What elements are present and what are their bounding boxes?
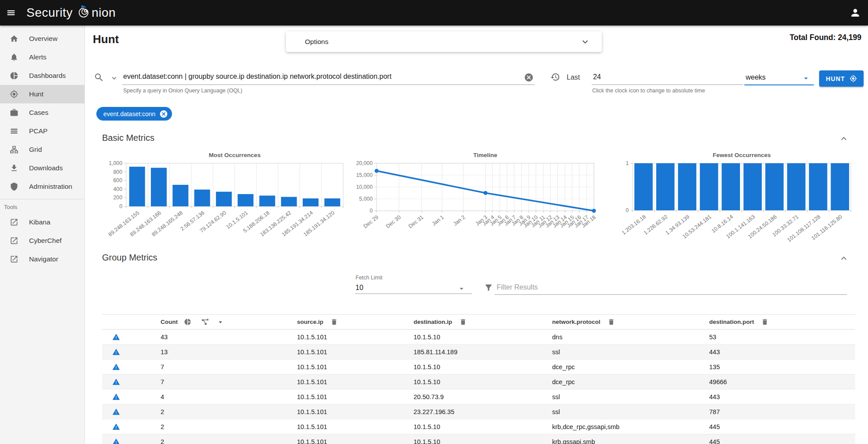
svg-text:0: 0 <box>370 208 373 214</box>
cell-value[interactable]: 20.50.73.9 <box>414 393 444 400</box>
cell-value[interactable]: 2 <box>161 408 164 415</box>
fetch-limit-select[interactable]: 10 <box>355 283 472 294</box>
cell-value[interactable]: dce_rpc <box>552 378 575 385</box>
column-header-destination.ip[interactable]: destination.ip <box>414 319 452 325</box>
options-dropdown[interactable]: Options <box>286 31 602 52</box>
svg-text:20,000: 20,000 <box>356 160 373 166</box>
cell-value[interactable]: 53 <box>709 334 716 341</box>
hunt-button[interactable]: HUNT <box>819 70 864 87</box>
warning-icon[interactable] <box>112 393 120 401</box>
sidebar-item-downloads[interactable]: Downloads <box>0 159 84 177</box>
time-unit-select[interactable]: weeks <box>744 70 814 84</box>
sidebar-item-administration[interactable]: Administration <box>0 177 84 196</box>
sankey-icon[interactable] <box>201 318 209 326</box>
cell-value[interactable]: 10.1.5.101 <box>297 363 327 371</box>
sidebar-tool-label: Navigator <box>29 255 58 263</box>
cell-value[interactable]: 10.1.5.101 <box>297 438 327 444</box>
caret-down-icon <box>457 284 466 293</box>
cell-value[interactable]: ssl <box>552 408 560 415</box>
briefcase-icon <box>10 108 18 117</box>
cell-value[interactable]: 4 <box>161 393 164 400</box>
cell-value[interactable]: 185.81.114.189 <box>414 349 458 356</box>
hunt-button-label: HUNT <box>826 75 845 82</box>
cell-value[interactable]: 7 <box>161 363 164 371</box>
sidebar-tool-cyberchef[interactable]: CyberChef <box>0 231 84 250</box>
cell-value[interactable]: 23.227.196.35 <box>414 408 454 415</box>
sidebar-tool-kibana[interactable]: Kibana <box>0 213 84 231</box>
cell-value[interactable]: 445 <box>709 423 720 430</box>
sidebar-item-alerts[interactable]: Alerts <box>0 48 84 66</box>
cell-value[interactable]: 2 <box>161 423 164 430</box>
trash-icon[interactable] <box>608 318 615 326</box>
cell-value[interactable]: ssl <box>552 393 560 400</box>
cell-value[interactable]: 10.1.5.101 <box>297 334 327 341</box>
sidebar-item-pcap[interactable]: PCAP <box>0 122 84 140</box>
cell-value[interactable]: dce_rpc <box>552 363 575 371</box>
cell-value[interactable]: 10.1.5.10 <box>414 423 440 430</box>
filter-results-underline <box>494 294 847 295</box>
cell-value[interactable]: 10.1.5.10 <box>414 334 440 341</box>
search-icon[interactable] <box>94 72 104 83</box>
caret-down-icon[interactable] <box>216 318 224 326</box>
cell-value[interactable]: 49666 <box>709 378 727 385</box>
warning-icon[interactable] <box>112 408 120 416</box>
cell-value[interactable]: 10.1.5.101 <box>297 408 327 415</box>
hamburger-menu-icon[interactable] <box>6 8 16 18</box>
cell-value[interactable]: 10.1.5.10 <box>414 438 440 444</box>
cell-value[interactable]: 10.1.5.10 <box>414 363 440 371</box>
cell-value[interactable]: 2 <box>161 438 164 444</box>
brand-logo[interactable]: Security nion <box>26 0 116 26</box>
column-header-count[interactable]: Count <box>161 319 178 325</box>
cell-value[interactable]: dns <box>552 334 562 341</box>
cell-value[interactable]: 443 <box>709 393 720 400</box>
trash-icon[interactable] <box>330 318 338 326</box>
cell-value[interactable]: ssl <box>552 349 560 356</box>
sidebar-item-dashboards[interactable]: Dashboards <box>0 66 84 85</box>
trash-icon[interactable] <box>459 318 467 326</box>
sidebar-item-grid[interactable]: Grid <box>0 140 84 159</box>
remove-filter-icon[interactable] <box>159 110 168 118</box>
cell-value[interactable]: 10.1.5.101 <box>297 393 327 400</box>
sidebar-item-label: Grid <box>29 146 42 154</box>
cell-value[interactable]: krb,gssapi,smb <box>552 438 595 444</box>
filter-chip[interactable]: event.dataset:conn <box>96 107 172 121</box>
cell-value[interactable]: 787 <box>709 408 720 415</box>
cell-value[interactable]: 43 <box>161 334 168 341</box>
column-header-network.protocol[interactable]: network.protocol <box>552 319 601 325</box>
warning-icon[interactable] <box>112 423 120 431</box>
svg-text:800: 800 <box>113 169 122 175</box>
cell-value[interactable]: 10.1.5.101 <box>297 349 327 356</box>
cell-value[interactable]: 443 <box>709 349 720 356</box>
filter-results-input[interactable] <box>497 283 844 291</box>
user-icon[interactable] <box>850 7 861 18</box>
warning-icon[interactable] <box>112 333 120 341</box>
sidebar-tool-navigator[interactable]: Navigator <box>0 250 84 268</box>
time-value-input[interactable] <box>593 73 725 81</box>
query-history-chevron-icon[interactable] <box>110 74 118 82</box>
svg-text:200: 200 <box>113 194 122 201</box>
collapse-group-metrics-icon[interactable] <box>839 253 849 264</box>
sidebar-item-hunt[interactable]: Hunt <box>0 85 84 103</box>
sidebar-item-overview[interactable]: Overview <box>0 29 84 48</box>
warning-icon[interactable] <box>112 378 120 386</box>
cell-value[interactable]: 10.1.5.101 <box>297 423 327 430</box>
cell-value[interactable]: 10.1.5.10 <box>414 378 440 385</box>
column-header-destination.port[interactable]: destination.port <box>709 319 754 325</box>
column-header-source.ip[interactable]: source.ip <box>297 319 323 325</box>
warning-icon[interactable] <box>112 363 120 371</box>
trash-icon[interactable] <box>761 318 769 326</box>
cell-value[interactable]: 7 <box>161 378 164 385</box>
query-input[interactable] <box>123 73 519 81</box>
warning-icon[interactable] <box>112 438 120 444</box>
warning-icon[interactable] <box>112 348 120 356</box>
cell-value[interactable]: krb,dce_rpc,gssapi,smb <box>552 423 619 430</box>
clock-history-icon[interactable] <box>550 72 560 82</box>
cell-value[interactable]: 445 <box>709 438 720 444</box>
cell-value[interactable]: 10.1.5.101 <box>297 378 327 385</box>
cell-value[interactable]: 135 <box>709 363 720 371</box>
pie-chart-icon[interactable] <box>184 318 191 326</box>
sidebar-item-cases[interactable]: Cases <box>0 103 84 122</box>
clear-query-icon[interactable] <box>524 73 534 82</box>
collapse-basic-metrics-icon[interactable] <box>839 133 849 144</box>
cell-value[interactable]: 13 <box>161 349 168 356</box>
